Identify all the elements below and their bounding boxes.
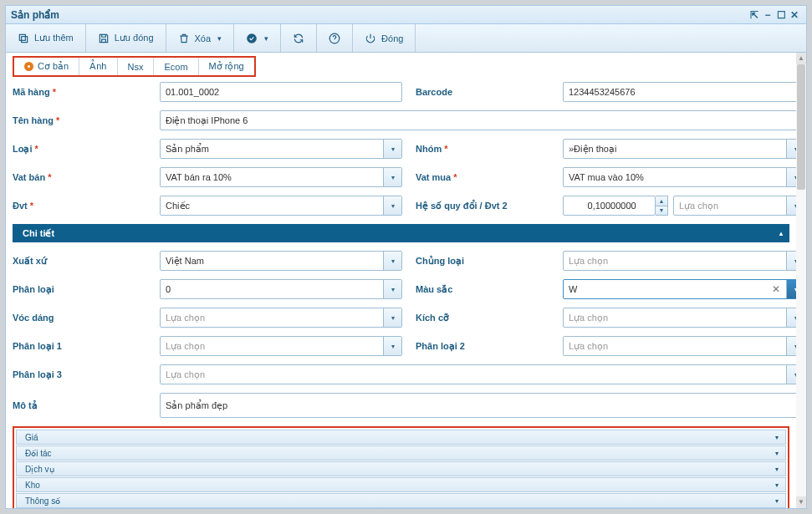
tab-ecom[interactable]: Ecom <box>154 58 198 75</box>
label-origin: Xuất xứ <box>13 256 146 267</box>
chevron-down-icon[interactable]: ▾ <box>383 252 401 270</box>
maximize-icon[interactable]: ☐ <box>774 10 788 20</box>
desc-input[interactable]: Sản phẩm đẹp <box>160 393 796 418</box>
chevron-down-icon[interactable]: ▾ <box>383 308 401 327</box>
label-barcode: Barcode <box>416 87 549 97</box>
chevron-down-icon[interactable]: ▾ <box>383 337 401 355</box>
classify2-select[interactable]: Lựa chọn▾ <box>563 336 796 356</box>
ratio-pair: 0,10000000 ▲▼ Lựa chọn▾ <box>563 196 796 216</box>
label-type: Loại * <box>13 144 146 155</box>
chevron-down-icon: ▾ <box>775 481 779 489</box>
save-more-button[interactable]: Lưu thêm <box>6 24 86 52</box>
power-icon <box>365 33 376 44</box>
chevron-down-icon: ▾ <box>775 450 779 457</box>
chevron-down-icon[interactable]: ▾ <box>383 280 401 298</box>
chevron-down-icon[interactable]: ▾ <box>786 308 796 327</box>
label-classify2: Phân loại 2 <box>416 341 549 352</box>
unit2-select[interactable]: Lựa chọn▾ <box>673 196 796 216</box>
vertical-scrollbar[interactable]: ▲ ▼ <box>796 53 806 508</box>
tab-nsx[interactable]: Nsx <box>118 58 155 75</box>
svg-rect-1 <box>19 34 25 40</box>
tab-image[interactable]: Ảnh <box>79 58 117 75</box>
trash-icon <box>178 33 190 44</box>
label-ratio: Hệ số quy đổi / Đvt 2 <box>416 201 549 211</box>
group-select[interactable]: »Điện thoại▾ <box>563 139 796 159</box>
svg-rect-0 <box>22 36 28 42</box>
tab-row: Cơ bản Ảnh Nsx Ecom Mở rộng <box>13 56 256 77</box>
label-classify3: Phân loại 3 <box>13 369 146 380</box>
size-select[interactable]: Lựa chọn▾ <box>563 308 796 328</box>
classify-select[interactable]: 0▾ <box>160 279 402 299</box>
vat-sell-select[interactable]: VAT bán ra 10%▾ <box>160 167 402 187</box>
chevron-down-icon[interactable]: ▾ <box>786 140 796 158</box>
minimize-icon[interactable]: − <box>761 10 774 20</box>
label-name: Tên hàng * <box>13 115 146 125</box>
accordion-price[interactable]: Giá▾ <box>16 430 786 445</box>
chevron-down-icon[interactable]: ▾ <box>383 196 401 215</box>
window-title: Sản phẩm <box>11 9 748 21</box>
chevron-down-icon: ▾ <box>217 34 222 43</box>
barcode-input[interactable]: 1234453245676 <box>563 82 796 102</box>
chevron-down-icon[interactable]: ▾ <box>786 337 796 355</box>
accordion-partner[interactable]: Đối tác▾ <box>16 445 786 461</box>
delete-button[interactable]: Xóa ▾ <box>166 24 235 52</box>
accordion-spec[interactable]: Thông số▾ <box>16 493 786 508</box>
classify3-select[interactable]: Lựa chọn▾ <box>160 364 796 384</box>
accordion-stock[interactable]: Kho▾ <box>16 477 786 492</box>
scroll-up-icon[interactable]: ▲ <box>796 53 806 64</box>
scroll-thumb[interactable] <box>797 64 805 190</box>
detail-section-header[interactable]: Chi tiết ▴ <box>13 224 789 242</box>
chevron-down-icon[interactable]: ▾ <box>786 280 796 298</box>
approve-button[interactable]: ▾ <box>234 24 281 52</box>
unit-select[interactable]: Chiếc▾ <box>160 196 402 216</box>
scroll-area[interactable]: Cơ bản Ảnh Nsx Ecom Mở rộng Mã hàng * 01… <box>6 53 796 508</box>
pin-icon[interactable]: ⇱ <box>748 10 761 20</box>
product-window: Sản phẩm ⇱ − ☐ ✕ Lưu thêm Lưu đóng Xóa ▾… <box>5 5 807 509</box>
chevron-down-icon[interactable]: ▾ <box>383 168 401 186</box>
name-input[interactable]: Điện thoại IPhone 6 <box>160 110 796 130</box>
chevron-down-icon[interactable]: ▾ <box>786 252 796 270</box>
spin-up-icon[interactable]: ▲ <box>656 196 667 206</box>
save-close-button[interactable]: Lưu đóng <box>86 24 166 52</box>
scroll-down-icon[interactable]: ▼ <box>796 496 806 508</box>
vat-buy-select[interactable]: VAT mua vào 10%▾ <box>563 167 796 187</box>
collapse-icon[interactable]: ▴ <box>779 230 783 237</box>
tab-extend[interactable]: Mở rộng <box>199 58 254 75</box>
help-icon <box>329 33 340 44</box>
chevron-down-icon: ▾ <box>775 497 779 505</box>
close-button[interactable]: Đóng <box>353 24 416 52</box>
category-select[interactable]: Lựa chọn▾ <box>563 251 796 271</box>
titlebar: Sản phẩm ⇱ − ☐ ✕ <box>6 6 806 24</box>
classify1-select[interactable]: Lựa chọn▾ <box>160 336 402 356</box>
chevron-down-icon: ▾ <box>775 434 779 441</box>
save-icon <box>98 33 110 44</box>
label-classify: Phân loại <box>13 284 146 295</box>
chevron-down-icon[interactable]: ▾ <box>786 365 796 384</box>
tab-basic[interactable]: Cơ bản <box>14 58 79 75</box>
clear-icon[interactable]: ✕ <box>768 280 784 298</box>
body: Cơ bản Ảnh Nsx Ecom Mở rộng Mã hàng * 01… <box>6 53 806 508</box>
scroll-track[interactable] <box>796 64 806 496</box>
label-vat-sell: Vat bán * <box>13 172 146 182</box>
accordion-panel: Giá▾ Đối tác▾ Dịch vụ▾ Kho▾ Thông số▾ Gh… <box>13 426 789 508</box>
main-form: Mã hàng * 01.001_0002 Barcode 1234453245… <box>13 82 789 216</box>
label-vat-buy: Vat mua * <box>416 172 549 182</box>
svg-point-2 <box>247 33 257 43</box>
accordion-service[interactable]: Dịch vụ▾ <box>16 461 786 476</box>
code-input[interactable]: 01.001_0002 <box>160 82 402 102</box>
close-window-icon[interactable]: ✕ <box>788 10 801 20</box>
refresh-button[interactable] <box>281 24 317 52</box>
chevron-down-icon[interactable]: ▾ <box>383 140 401 158</box>
help-button[interactable] <box>317 24 353 52</box>
shape-select[interactable]: Lựa chọn▾ <box>160 308 402 328</box>
origin-select[interactable]: Việt Nam▾ <box>160 251 402 271</box>
ratio-spinner[interactable]: 0,10000000 ▲▼ <box>563 196 668 216</box>
chevron-down-icon: ▾ <box>775 466 779 473</box>
type-select[interactable]: Sản phẩm▾ <box>160 139 402 159</box>
color-select[interactable]: W✕▾ <box>563 279 796 299</box>
spin-down-icon[interactable]: ▼ <box>656 206 667 216</box>
label-desc: Mô tả <box>13 400 146 411</box>
label-code: Mã hàng * <box>13 87 146 97</box>
chevron-down-icon[interactable]: ▾ <box>786 196 796 215</box>
chevron-down-icon[interactable]: ▾ <box>786 168 796 186</box>
